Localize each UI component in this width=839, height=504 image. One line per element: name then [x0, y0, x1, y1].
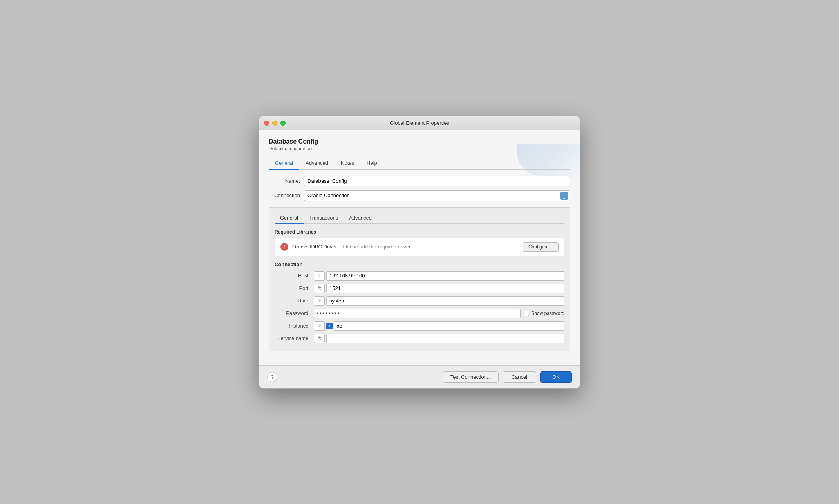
- configure-button[interactable]: Configure...: [523, 242, 559, 252]
- port-label: Port:: [275, 285, 314, 291]
- user-label: User:: [275, 298, 314, 304]
- instance-input[interactable]: [334, 321, 564, 331]
- tab-notes[interactable]: Notes: [335, 157, 360, 170]
- name-input[interactable]: [304, 176, 570, 186]
- library-row: ! Oracle JDBC Driver Please add the requ…: [275, 238, 564, 256]
- connection-row: Connection Oracle Connection MySQL Conne…: [269, 190, 570, 201]
- test-connection-button[interactable]: Test Connection...: [443, 371, 499, 383]
- cancel-button[interactable]: Cancel: [503, 371, 536, 383]
- ok-button[interactable]: OK: [540, 371, 572, 383]
- window: Global Element Properties Database Confi…: [259, 116, 580, 389]
- inner-tab-general[interactable]: General: [275, 212, 304, 224]
- host-row: Host: fx: [275, 271, 564, 281]
- help-button[interactable]: ?: [267, 372, 277, 382]
- user-input[interactable]: [326, 296, 564, 306]
- user-fx-button[interactable]: fx: [314, 296, 325, 306]
- maximize-button[interactable]: [280, 121, 286, 126]
- password-label: Password:: [275, 310, 314, 316]
- connection-select-wrapper: Oracle Connection MySQL Connection Gener…: [304, 190, 570, 201]
- port-fx-button[interactable]: fx: [314, 284, 325, 293]
- name-label: Name:: [269, 178, 304, 184]
- window-title: Global Element Properties: [390, 120, 449, 126]
- instance-db-icon: a: [326, 323, 333, 329]
- close-button[interactable]: [264, 121, 269, 126]
- show-password-checkbox[interactable]: [524, 311, 529, 316]
- show-password-label: Show password: [531, 311, 564, 316]
- window-body: Database Config Default configuration Ge…: [259, 130, 580, 365]
- instance-fx-button[interactable]: fx: [314, 321, 325, 331]
- traffic-lights: [264, 121, 286, 126]
- app-title: Database Config: [269, 138, 570, 145]
- inner-panel: General Transactions Advanced Required L…: [269, 207, 570, 351]
- host-fx-button[interactable]: fx: [314, 271, 325, 281]
- inner-tab-transactions[interactable]: Transactions: [304, 212, 344, 224]
- window-body-inner: Database Config Default configuration Ge…: [269, 138, 570, 351]
- titlebar: Global Element Properties: [259, 116, 580, 130]
- service-name-label: Service name:: [275, 335, 314, 341]
- show-password-wrapper: Show password: [524, 311, 564, 316]
- name-row: Name:: [269, 176, 570, 186]
- service-name-input[interactable]: [326, 334, 564, 343]
- password-row: Password: Show password: [275, 309, 564, 318]
- tab-general[interactable]: General: [269, 157, 299, 170]
- driver-message: Please add the required driver.: [342, 244, 519, 250]
- password-input[interactable]: [314, 309, 521, 318]
- host-label: Host:: [275, 273, 314, 279]
- connection-select[interactable]: Oracle Connection MySQL Connection Gener…: [304, 190, 570, 201]
- service-name-row: Service name: fx: [275, 334, 564, 343]
- host-input[interactable]: [326, 271, 564, 281]
- instance-label: Instance:: [275, 323, 314, 329]
- connection-label: Connection: [269, 193, 304, 198]
- minimize-button[interactable]: [272, 121, 277, 126]
- error-icon: !: [280, 243, 288, 251]
- inner-tab-advanced[interactable]: Advanced: [344, 212, 377, 224]
- required-libraries-title: Required Libraries: [275, 229, 564, 235]
- service-name-fx-button[interactable]: fx: [314, 334, 325, 343]
- connection-section-title: Connection: [275, 261, 564, 267]
- instance-row: Instance: fx a: [275, 321, 564, 331]
- user-row: User: fx: [275, 296, 564, 306]
- inner-tabs: General Transactions Advanced: [275, 212, 564, 224]
- app-subtitle: Default configuration: [269, 146, 570, 151]
- driver-name: Oracle JDBC Driver: [292, 244, 337, 250]
- tab-help[interactable]: Help: [360, 157, 383, 170]
- outer-tabs: General Advanced Notes Help: [269, 157, 570, 170]
- bottom-bar: ? Test Connection... Cancel OK: [259, 365, 580, 388]
- tab-advanced[interactable]: Advanced: [299, 157, 335, 170]
- port-input[interactable]: [326, 284, 564, 293]
- port-row: Port: fx: [275, 284, 564, 293]
- bottom-buttons: Test Connection... Cancel OK: [443, 371, 572, 383]
